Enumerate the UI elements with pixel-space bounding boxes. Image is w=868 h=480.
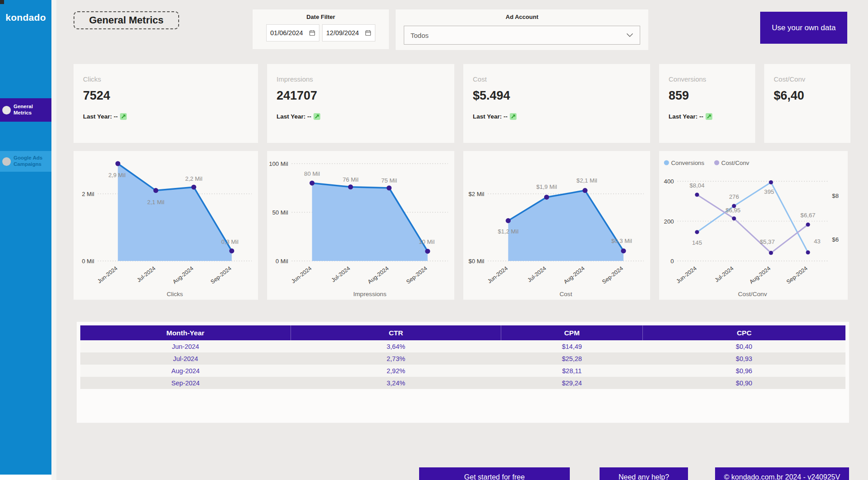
svg-text:0 Mil: 0 Mil bbox=[82, 258, 94, 265]
use-own-data-button[interactable]: Use your own data bbox=[760, 12, 847, 44]
svg-text:10 Mil: 10 Mil bbox=[419, 238, 434, 245]
svg-text:2,9 Mil: 2,9 Mil bbox=[108, 172, 125, 178]
kpi-label: Cost bbox=[473, 75, 650, 83]
svg-text:Conversions: Conversions bbox=[671, 160, 705, 166]
svg-text:Jun-2024: Jun-2024 bbox=[486, 265, 509, 284]
table-header-cpc: CPC bbox=[643, 325, 845, 340]
table-row[interactable]: Jul-20242,73%$25,28$0,93 bbox=[80, 352, 845, 365]
table-cell: 3,64% bbox=[291, 340, 501, 352]
kpi-last-year: Last Year: -- bbox=[277, 113, 454, 120]
table-cell: $0,96 bbox=[643, 365, 845, 377]
ad-account-card: Ad Account Todos bbox=[396, 9, 648, 50]
svg-text:$5,37: $5,37 bbox=[760, 238, 775, 245]
help-button[interactable]: Need any help? bbox=[600, 467, 688, 480]
corner-mark bbox=[0, 0, 4, 4]
svg-text:0,3 Mil: 0,3 Mil bbox=[222, 238, 239, 245]
kpi-last-year-label: Last Year: -- bbox=[83, 113, 118, 120]
metrics-table: Month-YearCTRCPMCPC Jun-20243,64%$14,49$… bbox=[80, 325, 845, 389]
table-body: Jun-20243,64%$14,49$0,40Jul-20242,73%$25… bbox=[80, 340, 845, 389]
kpi-last-year: Last Year: -- bbox=[669, 113, 755, 120]
table-row[interactable]: Aug-20242,92%$28,11$0,96 bbox=[80, 365, 845, 377]
end-date-value: 12/09/2024 bbox=[326, 29, 359, 37]
impressions-trend-chart[interactable]: 0 Mil50 Mil100 Mil80 Mil76 Mil75 Mil10 M… bbox=[267, 151, 454, 300]
clicks-trend-chart[interactable]: 0 Mil2 Mil2,9 Mil2,1 Mil2,2 Mil0,3 MilJu… bbox=[74, 151, 258, 300]
table-row[interactable]: Sep-20243,24%$29,24$0,90 bbox=[80, 377, 845, 389]
kpi-label: Conversions bbox=[669, 75, 755, 83]
svg-text:2 Mil: 2 Mil bbox=[82, 191, 94, 197]
svg-text:Jun-2024: Jun-2024 bbox=[97, 265, 119, 284]
get-started-button[interactable]: Get started for free bbox=[419, 467, 570, 480]
svg-text:$1,2 Mil: $1,2 Mil bbox=[498, 228, 518, 235]
svg-text:Sep-2024: Sep-2024 bbox=[785, 265, 809, 285]
svg-text:$8,04: $8,04 bbox=[689, 182, 704, 189]
table-cell: 2,92% bbox=[291, 365, 501, 377]
svg-text:Sep-2024: Sep-2024 bbox=[405, 265, 429, 285]
svg-text:Cost: Cost bbox=[559, 291, 572, 297]
svg-text:Jul-2024: Jul-2024 bbox=[714, 265, 735, 283]
conversions-costconv-chart[interactable]: 0200400$6$814527639543$8,04$6,95$5,37$6,… bbox=[659, 151, 848, 300]
svg-text:Cost/Conv: Cost/Conv bbox=[721, 160, 749, 166]
svg-text:Sep-2024: Sep-2024 bbox=[209, 265, 232, 285]
svg-text:276: 276 bbox=[729, 193, 739, 200]
kpi-card-cost-per-conv: Cost/Conv $6,40 bbox=[764, 64, 850, 143]
start-date-input[interactable]: 01/06/2024 bbox=[266, 24, 319, 41]
sidebar-divider bbox=[51, 0, 56, 480]
kpi-card-clicks: Clicks 7524 Last Year: -- bbox=[74, 64, 258, 143]
svg-text:Aug-2024: Aug-2024 bbox=[366, 265, 390, 285]
svg-text:$1,9 Mil: $1,9 Mil bbox=[536, 184, 557, 191]
kpi-last-year: Last Year: -- bbox=[473, 113, 650, 120]
svg-text:$6,67: $6,67 bbox=[800, 212, 815, 219]
trend-icon bbox=[510, 113, 517, 120]
table-cell: $0,40 bbox=[643, 340, 845, 352]
app-logo: kondado bbox=[0, 0, 51, 23]
date-filter-card: Date Filter 01/06/2024 12/09/2024 bbox=[253, 9, 389, 49]
kpi-card-conversions: Conversions 859 Last Year: -- bbox=[659, 64, 755, 143]
ad-account-dropdown[interactable]: Todos bbox=[404, 26, 640, 45]
kpi-last-year-label: Last Year: -- bbox=[669, 113, 703, 120]
svg-text:Jul-2024: Jul-2024 bbox=[330, 265, 351, 283]
table-cell: 2,73% bbox=[291, 352, 501, 365]
trend-icon bbox=[314, 113, 320, 120]
kpi-label: Cost/Conv bbox=[774, 75, 850, 83]
copyright-version-button[interactable]: © kondado.com.br 2024 - v240925V bbox=[715, 467, 849, 480]
svg-text:2,1 Mil: 2,1 Mil bbox=[147, 199, 164, 206]
chart-canvas: 0200400$6$814527639543$8,04$6,95$5,37$6,… bbox=[659, 151, 848, 300]
kpi-value: 7524 bbox=[83, 89, 258, 103]
table-cell: Jul-2024 bbox=[80, 352, 291, 365]
chart-canvas: $0 Mil$2 Mil$1,2 Mil$1,9 Mil$2,1 Mil$0,3… bbox=[463, 151, 650, 300]
svg-text:2,2 Mil: 2,2 Mil bbox=[185, 175, 202, 182]
table-cell: Aug-2024 bbox=[80, 365, 291, 377]
cost-trend-chart[interactable]: $0 Mil$2 Mil$1,2 Mil$1,9 Mil$2,1 Mil$0,3… bbox=[463, 151, 650, 300]
sidebar-footer-strip bbox=[0, 475, 51, 480]
sidebar-item-general-metrics[interactable]: General Metrics bbox=[0, 98, 51, 122]
table-cell: Sep-2024 bbox=[80, 377, 291, 389]
svg-text:$0 Mil: $0 Mil bbox=[468, 258, 484, 265]
page-title-text: General Metrics bbox=[89, 14, 163, 26]
svg-text:43: 43 bbox=[814, 238, 821, 245]
svg-text:Jun-2024: Jun-2024 bbox=[675, 265, 698, 284]
svg-text:76 Mil: 76 Mil bbox=[343, 176, 359, 183]
nav-bullet-icon bbox=[2, 106, 11, 114]
sidebar-item-label: General Metrics bbox=[14, 104, 51, 116]
end-date-input[interactable]: 12/09/2024 bbox=[322, 24, 375, 41]
trend-icon bbox=[706, 113, 712, 120]
table-cell: $0,90 bbox=[643, 377, 845, 389]
table-row[interactable]: Jun-20243,64%$14,49$0,40 bbox=[80, 340, 845, 352]
svg-text:$6,95: $6,95 bbox=[725, 207, 740, 214]
table-cell: 3,24% bbox=[291, 377, 501, 389]
kpi-value: 241707 bbox=[277, 89, 454, 103]
nav-bullet-icon bbox=[2, 157, 11, 166]
kpi-value: 859 bbox=[669, 89, 755, 103]
dashboard-page: kondado General Metrics Google Ads Campa… bbox=[0, 0, 868, 480]
sidebar-item-google-ads-campaigns[interactable]: Google Ads Campaigns bbox=[0, 151, 51, 172]
kpi-card-cost: Cost $5.494 Last Year: -- bbox=[463, 64, 650, 143]
calendar-icon bbox=[309, 30, 315, 36]
svg-text:75 Mil: 75 Mil bbox=[381, 177, 397, 184]
table-head-row: Month-YearCTRCPMCPC bbox=[80, 325, 845, 340]
svg-text:0 Mil: 0 Mil bbox=[276, 258, 288, 265]
svg-text:Clicks: Clicks bbox=[167, 291, 183, 297]
svg-text:395: 395 bbox=[764, 189, 774, 196]
metrics-table-card: Month-YearCTRCPMCPC Jun-20243,64%$14,49$… bbox=[77, 322, 849, 423]
kpi-last-year-label: Last Year: -- bbox=[473, 113, 508, 120]
svg-text:$2,1 Mil: $2,1 Mil bbox=[577, 177, 597, 184]
